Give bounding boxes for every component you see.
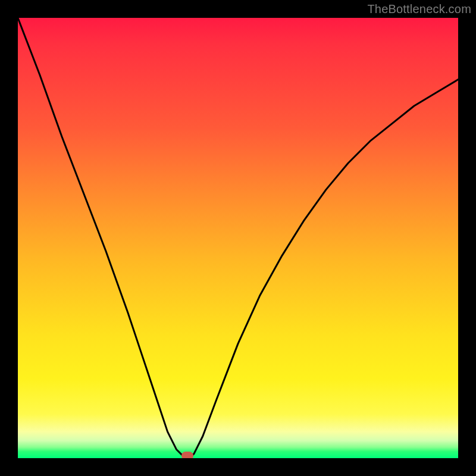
optimal-point-marker bbox=[181, 452, 193, 458]
bottleneck-curve bbox=[18, 18, 458, 458]
watermark-text: TheBottleneck.com bbox=[367, 2, 471, 16]
chart-frame: TheBottleneck.com bbox=[0, 0, 476, 476]
plot-area bbox=[18, 18, 458, 458]
